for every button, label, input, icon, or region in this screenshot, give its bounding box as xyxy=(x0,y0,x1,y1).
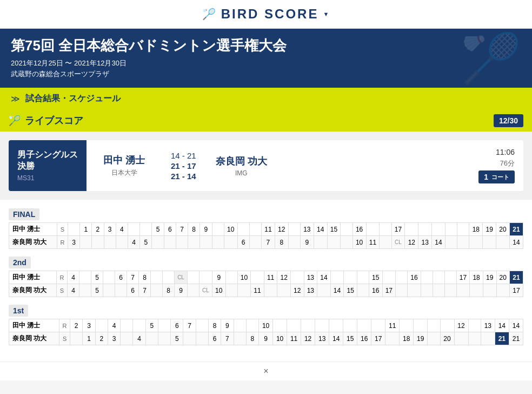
player-cell: 田中 湧士 xyxy=(9,271,57,284)
table-row: 田中 湧士 R 23456789101112131414 xyxy=(9,319,523,332)
live-section: 🏸 ライブスコア 12/30 男子シングルス 決勝 MS31 田中 湧士 日本大… xyxy=(0,110,532,362)
table-row: 奈良岡 功大 S 1234567891011121314151617181920… xyxy=(9,332,523,345)
score-set1: 14 - 21 xyxy=(171,151,196,160)
match-meta: 11:06 76分 1 コート xyxy=(470,140,523,191)
final-table: 田中 湧士 S 12345678910111213141516171819202… xyxy=(9,222,523,249)
header: 🏸 BIRD SCORE ▼ xyxy=(0,0,532,29)
tournament-venue: 武蔵野の森総合スポーツプラザ xyxy=(11,69,521,79)
player1-name: 田中 湧士 xyxy=(103,154,145,167)
schedule-text: 試合結果・スケジュール xyxy=(25,93,121,104)
tournament-title: 第75回 全日本総合バドミントン選手権大会 xyxy=(11,36,521,55)
score-set3: 21 - 14 xyxy=(171,172,196,181)
logo-sub: ▼ xyxy=(323,11,330,17)
score-table-section: FINAL 田中 湧士 S 12345678910111213141516171… xyxy=(0,200,532,362)
match-time: 11:06 xyxy=(496,148,515,156)
watermark-icon: 🏸 xyxy=(461,30,521,87)
match-code: MS31 xyxy=(17,174,78,182)
live-icon: 🏸 xyxy=(9,115,21,127)
match-duration: 76分 xyxy=(500,159,515,168)
match-player2: 奈良岡 功大 IMG xyxy=(205,140,278,191)
tournament-date: 2021年12月25日 〜 2021年12月30日 xyxy=(11,58,521,68)
live-title: 🏸 ライブスコア xyxy=(9,114,83,127)
close-bar[interactable]: × xyxy=(0,362,532,380)
player2-org: IMG xyxy=(235,169,248,177)
bird-icon: 🏸 xyxy=(202,8,217,21)
logo: 🏸 BIRD SCORE ▼ xyxy=(202,6,330,22)
logo-text: BIRD SCORE xyxy=(221,6,319,22)
player1-org: 日本大学 xyxy=(111,168,137,178)
score-set2: 21 - 17 xyxy=(171,161,196,170)
second-table: 田中 湧士 R 45678CL9101112131415161718192021… xyxy=(9,271,523,297)
match-type: 男子シングルス xyxy=(17,149,78,161)
first-label: 1st xyxy=(9,305,28,317)
table-row: 田中 湧士 R 45678CL9101112131415161718192021 xyxy=(9,271,523,284)
court-number: 1 xyxy=(484,173,488,181)
table-row: 奈良岡 功大 S 456789CL101112131415161717 xyxy=(9,284,523,297)
player-cell: 奈良岡 功大 xyxy=(9,236,57,249)
tournament-banner: 第75回 全日本総合バドミントン選手権大会 2021年12月25日 〜 2021… xyxy=(0,29,532,88)
live-title-text: ライブスコア xyxy=(25,114,83,127)
table-row: 奈良岡 功大 R 34567891011CL12131414 xyxy=(9,236,523,249)
court-label: コート xyxy=(491,173,509,181)
match-card: 男子シングルス 決勝 MS31 田中 湧士 日本大学 14 - 21 21 - … xyxy=(9,140,523,191)
player-cell: 奈良岡 功大 xyxy=(9,332,59,345)
live-header: 🏸 ライブスコア 12/30 xyxy=(0,110,532,132)
schedule-bar[interactable]: ≫ 試合結果・スケジュール xyxy=(0,88,532,110)
match-category: 男子シングルス 決勝 MS31 xyxy=(9,140,87,191)
close-icon[interactable]: × xyxy=(263,366,268,376)
player2-name: 奈良岡 功大 xyxy=(216,155,267,168)
second-label: 2nd xyxy=(9,257,31,268)
table-row: 田中 湧士 S 12345678910111213141516171819202… xyxy=(9,223,523,236)
match-round: 決勝 xyxy=(17,161,78,172)
first-table: 田中 湧士 R 23456789101112131414 奈良岡 功大 S 12… xyxy=(9,319,523,345)
player-cell: 田中 湧士 xyxy=(9,223,57,236)
court-badge: 1 コート xyxy=(478,170,515,183)
final-label: FINAL xyxy=(9,208,39,220)
live-date-badge: 12/30 xyxy=(494,114,523,127)
schedule-icon: ≫ xyxy=(11,94,20,104)
match-scores: 14 - 21 21 - 17 21 - 14 xyxy=(162,140,205,191)
player-cell: 田中 湧士 xyxy=(9,319,59,332)
match-player1: 田中 湧士 日本大学 xyxy=(87,140,162,191)
match-area: 男子シングルス 決勝 MS31 田中 湧士 日本大学 14 - 21 21 - … xyxy=(0,132,532,200)
player-cell: 奈良岡 功大 xyxy=(9,284,57,297)
